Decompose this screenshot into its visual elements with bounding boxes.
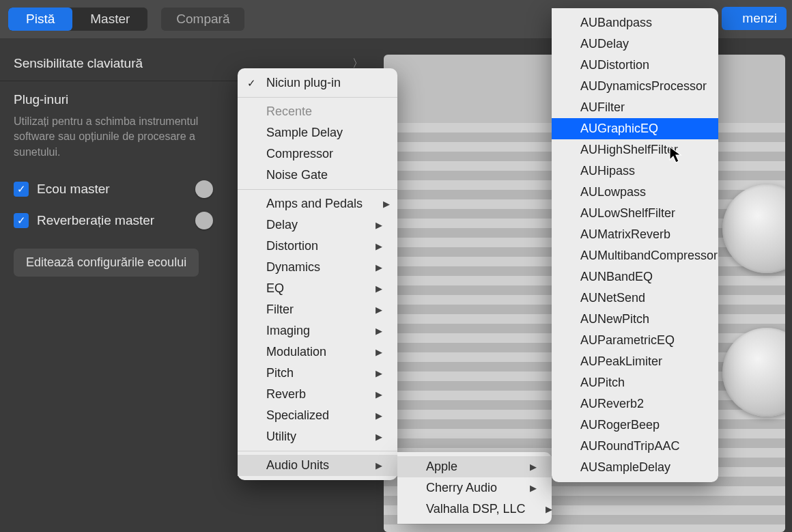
chevron-right-icon: ▶ (376, 241, 382, 251)
tab-master[interactable]: Master (72, 8, 147, 31)
menu-item-none[interactable]: ✓ Niciun plug-in (238, 72, 397, 94)
vendor-submenu: Apple▶Cherry Audio▶Valhalla DSP, LLC▶ (397, 452, 552, 524)
menu-item-label: AUPeakLimiter (580, 354, 662, 369)
chevron-right-icon: ▶ (376, 460, 382, 471)
menu-item-label: Specialized (266, 408, 329, 423)
menu-item-au-plugin[interactable]: AUPitch (552, 372, 718, 393)
menu-item-au-plugin[interactable]: AUMultibandCompressor (552, 245, 718, 266)
menu-item-au-plugin[interactable]: AUDistortion (552, 55, 718, 76)
menu-item-category[interactable]: Reverb▶ (238, 384, 397, 405)
menu-item-category[interactable]: Utility▶ (238, 426, 397, 447)
menu-separator (238, 97, 397, 98)
menu-item-au-plugin[interactable]: AUMatrixReverb (552, 224, 718, 245)
menu-item-au-plugin[interactable]: AUHighShelfFilter (552, 139, 718, 160)
menu-item-audio-units[interactable]: Audio Units ▶ (238, 455, 397, 476)
menu-item-category[interactable]: Pitch▶ (238, 363, 397, 384)
reverb-master-slider[interactable] (195, 212, 213, 229)
menu-item-label: Sample Delay (266, 126, 343, 140)
menu-item-au-plugin[interactable]: AURoundTripAAC (552, 436, 718, 457)
menu-item-label: AURogerBeep (580, 418, 660, 432)
plugin-menu: ✓ Niciun plug-in Recente Sample DelayCom… (238, 68, 397, 480)
tab-track[interactable]: Pistă (8, 8, 72, 31)
menu-item-category[interactable]: Imaging▶ (238, 320, 397, 341)
menu-item-category[interactable]: Specialized▶ (238, 405, 397, 426)
echo-master-label: Ecou master (37, 182, 110, 197)
menu-item-label: AUHighShelfFilter (580, 143, 678, 157)
menu-item-category[interactable]: Modulation▶ (238, 341, 397, 363)
apple-au-submenu: AUBandpassAUDelayAUDistortionAUDynamicsP… (552, 8, 718, 482)
chevron-right-icon: ▶ (376, 389, 382, 400)
menu-item-recent[interactable]: Compressor (238, 143, 397, 165)
menu-item-au-plugin[interactable]: AUHipass (552, 160, 718, 182)
compare-button[interactable]: Compară (161, 8, 244, 31)
chevron-right-icon: ▶ (376, 347, 382, 357)
menu-item-label: AULowpass (580, 185, 646, 199)
reverb-master-checkbox[interactable]: ✓ (14, 213, 29, 228)
menu-item-label: Apple (426, 460, 457, 474)
menu-item-category[interactable]: EQ▶ (238, 278, 397, 299)
menu-separator (238, 189, 397, 190)
menu-item-au-plugin[interactable]: AUNetSend (552, 288, 718, 309)
menu-item-label: Reverb (266, 387, 306, 402)
menu-item-au-plugin[interactable]: AUReverb2 (552, 393, 718, 415)
menu-item-au-plugin[interactable]: AULowpass (552, 182, 718, 203)
menu-item-label: AUNetSend (580, 291, 645, 305)
menu-item-label: AUDistortion (580, 58, 649, 72)
menu-item-au-plugin[interactable]: AUGraphicEQ (552, 118, 718, 139)
chevron-right-icon: ▶ (376, 305, 382, 315)
menu-item-au-plugin[interactable]: AURogerBeep (552, 415, 718, 436)
menu-item-au-plugin[interactable]: AUDelay (552, 33, 718, 55)
menu-item-au-plugin[interactable]: AUNewPitch (552, 309, 718, 330)
menu-item-label: Compressor (266, 147, 333, 161)
menu-item-label: AUNewPitch (580, 312, 649, 326)
chevron-right-icon: ▶ (376, 432, 382, 442)
menu-item-label: AUBandpass (580, 16, 652, 30)
chevron-right-icon: ▶ (530, 483, 537, 493)
edit-echo-settings-button[interactable]: Editează configurările ecoului (14, 249, 199, 277)
menu-item-label: AUMatrixReverb (580, 227, 670, 242)
menu-item-au-plugin[interactable]: AUDynamicsProcessor (552, 76, 718, 97)
menu-item-au-plugin[interactable]: AUNBandEQ (552, 266, 718, 288)
menu-item-label: Modulation (266, 345, 326, 359)
menu-item-category[interactable]: Distortion▶ (238, 236, 397, 257)
menu-item-label: AUParametricEQ (580, 333, 675, 348)
chevron-right-icon: ▶ (546, 504, 552, 514)
menu-item-category[interactable]: Amps and Pedals▶ (238, 193, 397, 214)
chevron-right-icon: ▶ (383, 199, 390, 209)
chevron-right-icon: ▶ (376, 326, 382, 336)
echo-master-checkbox[interactable]: ✓ (14, 182, 29, 197)
menu-item-category[interactable]: Dynamics▶ (238, 257, 397, 278)
menu-item-recent[interactable]: Noise Gate (238, 165, 397, 186)
reverb-master-label: Reverberație master (37, 213, 154, 228)
menu-item-au-plugin[interactable]: AUFilter (552, 97, 718, 118)
menu-item-label: Cherry Audio (426, 481, 497, 495)
menu-item-label: Imaging (266, 324, 310, 338)
menu-item-au-plugin[interactable]: AUSampleDelay (552, 457, 718, 478)
menu-item-label: Amps and Pedals (266, 197, 363, 211)
menu-item-au-plugin[interactable]: AUBandpass (552, 12, 718, 33)
menu-item-label: AUPitch (580, 376, 625, 390)
menu-item-label: AUNBandEQ (580, 270, 653, 284)
menu-item-label: Filter (266, 303, 294, 317)
menu-item-vendor[interactable]: Cherry Audio▶ (397, 477, 552, 499)
chevron-right-icon: ▶ (376, 283, 382, 294)
menu-header-label: Recente (266, 104, 312, 119)
menu-item-vendor[interactable]: Apple▶ (397, 456, 552, 477)
menu-item-label: AUHipass (580, 164, 635, 178)
menu-item-recent[interactable]: Sample Delay (238, 122, 397, 143)
menu-header-recent: Recente (238, 101, 397, 122)
chevron-right-icon: ▶ (376, 220, 382, 230)
menu-item-label: AURoundTripAAC (580, 439, 679, 453)
menu-item-au-plugin[interactable]: AULowShelfFilter (552, 203, 718, 224)
menu-item-category[interactable]: Delay▶ (238, 214, 397, 236)
menu-item-label: Niciun plug-in (266, 76, 341, 90)
menu-item-vendor[interactable]: Valhalla DSP, LLC▶ (397, 499, 552, 520)
menu-separator (238, 451, 397, 451)
menu-item-label: EQ (266, 281, 284, 296)
menu-item-category[interactable]: Filter▶ (238, 299, 397, 320)
echo-master-slider[interactable] (195, 180, 213, 198)
commands-button[interactable]: menzi (722, 7, 787, 30)
track-master-segmented: Pistă Master (8, 8, 147, 31)
menu-item-au-plugin[interactable]: AUPeakLimiter (552, 351, 718, 372)
menu-item-au-plugin[interactable]: AUParametricEQ (552, 330, 718, 351)
